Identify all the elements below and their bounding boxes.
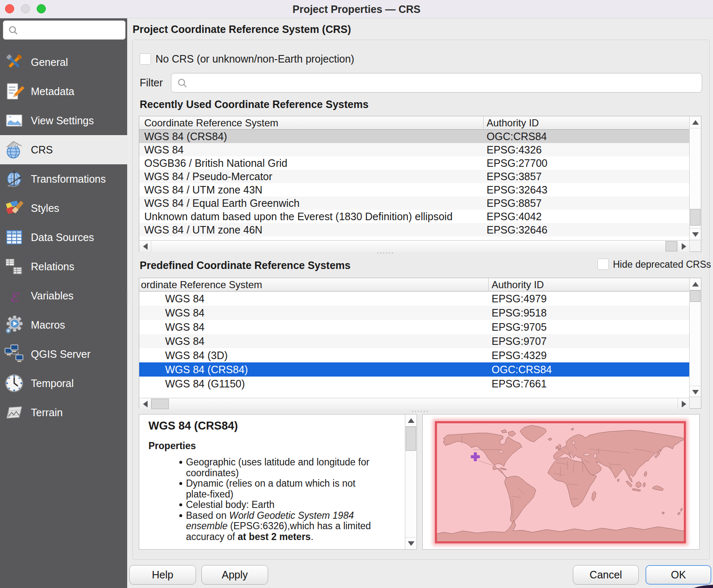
vscrollbar-thumb[interactable]: [690, 290, 700, 302]
hide-deprecated-label: Hide deprecated CRSs: [613, 259, 711, 270]
scroll-down-button[interactable]: [690, 386, 701, 398]
predefined-crs-table-header[interactable]: ordinate Reference System Authority ID: [139, 278, 701, 291]
table-row[interactable]: WGS 84 / UTM zone 43NEPSG:32643: [139, 183, 689, 196]
metadata-icon: [4, 81, 24, 101]
no-crs-checkbox[interactable]: [140, 53, 151, 65]
sidebar-item-variables[interactable]: εVariables: [0, 281, 127, 310]
table-row[interactable]: WGS 84 (3D)EPSG:4329: [139, 348, 689, 362]
property-bullet: Dynamic (relies on a datum which is not …: [179, 478, 382, 500]
titlebar: Project Properties — CRS: [0, 0, 713, 18]
table-row[interactable]: WGS 84EPSG:9518: [139, 306, 689, 320]
recent-crs-table: Coordinate Reference System Authority ID…: [139, 116, 701, 252]
scroll-right-button[interactable]: [678, 241, 690, 252]
scroll-up-button[interactable]: [690, 278, 701, 290]
scroll-down-button[interactable]: [690, 228, 701, 240]
table-row[interactable]: WGS 84EPSG:9705: [139, 320, 689, 334]
transformations-icon: [4, 169, 24, 189]
table-row[interactable]: WGS 84EPSG:4326: [139, 143, 689, 156]
vscrollbar-thumb[interactable]: [690, 209, 700, 226]
scroll-down-button[interactable]: [405, 537, 417, 549]
info-panel-vscrollbar[interactable]: [405, 415, 417, 549]
scroll-left-button[interactable]: [139, 398, 151, 410]
sidebar-search-input[interactable]: [3, 20, 126, 40]
splitter-handle[interactable]: [412, 411, 428, 412]
no-crs-label: No CRS (or unknown/non-Earth projection): [156, 53, 354, 65]
authority-id-cell: EPSG:4979: [492, 291, 547, 306]
world-map: [435, 421, 686, 543]
sidebar-item-styles[interactable]: Styles: [0, 193, 127, 223]
recent-table-hscrollbar[interactable]: [139, 240, 690, 252]
table-row[interactable]: WGS 84EPSG:9707: [139, 334, 689, 348]
sidebar-item-relations[interactable]: Relations: [0, 252, 127, 281]
crs-name-cell: WGS 84 (CRS84): [165, 362, 248, 377]
sidebar-item-transformations[interactable]: Transformations: [0, 164, 127, 193]
table-row[interactable]: WGS 84 / Equal Earth GreenwichEPSG:8857: [139, 196, 689, 210]
sidebar-item-temporal[interactable]: Temporal: [0, 369, 127, 398]
filter-search-icon: [177, 78, 188, 88]
table-row[interactable]: WGS 84 / Pseudo-MercatorEPSG:3857: [139, 170, 689, 183]
sidebar-item-general[interactable]: General: [0, 48, 127, 77]
splitter-handle[interactable]: [377, 252, 393, 254]
sidebar-item-label: QGIS Server: [31, 348, 90, 360]
crs-name-cell: WGS 84: [165, 291, 204, 306]
filter-label: Filter: [140, 77, 163, 88]
sidebar-item-label: Variables: [31, 290, 73, 302]
page-title: Project Coordinate Reference System (CRS…: [133, 23, 351, 35]
help-button[interactable]: Help: [129, 565, 196, 585]
authority-id-cell: EPSG:4042: [487, 210, 542, 223]
apply-button[interactable]: Apply: [201, 565, 268, 585]
scroll-up-button[interactable]: [690, 116, 701, 128]
crs-name-cell: WGS 84 (G1150): [165, 377, 245, 391]
authority-id-cell: EPSG:4326: [487, 143, 542, 156]
filter-input[interactable]: [171, 73, 702, 93]
sidebar-item-crs[interactable]: CRS: [0, 135, 127, 164]
macros-icon: [4, 315, 24, 335]
hide-deprecated-checkbox[interactable]: [598, 259, 609, 270]
predefined-table-hscrollbar[interactable]: [139, 398, 690, 410]
crs-name-cell: WGS 84: [165, 306, 204, 320]
table-row[interactable]: Unknown datum based upon the Everest (18…: [139, 210, 689, 223]
authority-id-cell: OGC:CRS84: [487, 130, 547, 143]
crs-info-title: WGS 84 (CRS84): [148, 420, 238, 432]
crs-name-cell: WGS 84 / Equal Earth Greenwich: [144, 196, 299, 210]
crs-info-panel: WGS 84 (CRS84) Properties Geographic (us…: [139, 414, 417, 550]
crs-name-cell: WGS 84: [144, 143, 183, 156]
authority-id-cell: EPSG:8857: [487, 196, 542, 210]
styles-icon: [4, 198, 24, 218]
table-row[interactable]: WGS 84EPSG:4979: [139, 291, 689, 306]
sidebar-item-view-settings[interactable]: View Settings: [0, 106, 127, 135]
ok-button[interactable]: OK: [645, 565, 711, 585]
table-row[interactable]: WGS 84 (CRS84)OGC:CRS84: [139, 130, 689, 143]
table-row[interactable]: WGS 84 (G1150)EPSG:7661: [139, 377, 689, 391]
vscrollbar-thumb[interactable]: [406, 427, 416, 451]
scroll-left-button[interactable]: [139, 241, 151, 252]
hscrollbar-thumb[interactable]: [665, 241, 677, 251]
table-row[interactable]: OSGB36 / British National GridEPSG:27700: [139, 156, 689, 170]
relations-icon: [4, 256, 24, 276]
sidebar-item-metadata[interactable]: Metadata: [0, 77, 127, 106]
table-row[interactable]: WGS 84 (CRS84)OGC:CRS84: [139, 362, 689, 377]
crs-name-cell: WGS 84 / Pseudo-Mercator: [144, 170, 272, 183]
predefined-table-vscrollbar[interactable]: [689, 278, 701, 398]
background-artifact: [683, 585, 713, 588]
recent-table-vscrollbar[interactable]: [689, 116, 701, 240]
hscrollbar-thumb[interactable]: [151, 399, 169, 409]
terrain-icon: [4, 402, 24, 422]
recent-crs-table-header[interactable]: Coordinate Reference System Authority ID: [139, 116, 701, 130]
sidebar-item-data-sources[interactable]: Data Sources: [0, 223, 127, 252]
sidebar-item-macros[interactable]: Macros: [0, 310, 127, 339]
table-row[interactable]: WGS 84 / UTM zone 46NEPSG:32646: [139, 223, 689, 236]
scroll-right-button[interactable]: [678, 398, 690, 410]
search-icon: [8, 25, 18, 35]
property-bullet: Geographic (uses latitude and longitude …: [179, 457, 382, 478]
sidebar-item-qgis-server[interactable]: QGIS Server: [0, 339, 127, 369]
authority-id-cell: OGC:CRS84: [492, 362, 552, 377]
sidebar-resize-handle[interactable]: [126, 292, 128, 304]
sidebar-item-terrain[interactable]: Terrain: [0, 398, 127, 427]
scroll-up-button[interactable]: [405, 415, 417, 427]
cancel-button[interactable]: Cancel: [573, 565, 639, 585]
sidebar-item-label: General: [31, 56, 68, 68]
authority-id-cell: EPSG:7661: [492, 377, 547, 391]
sidebar-item-label: Data Sources: [31, 231, 94, 244]
svg-text:ε: ε: [10, 286, 20, 305]
